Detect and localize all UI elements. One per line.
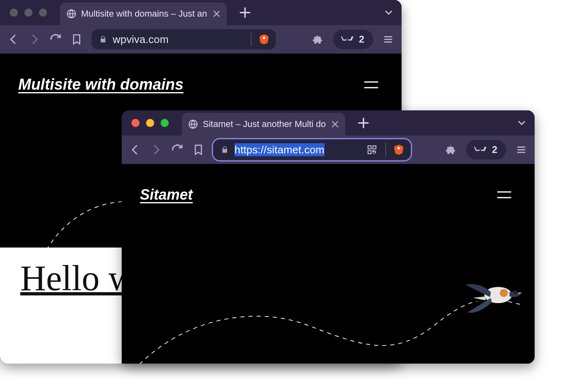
shields-count-pill[interactable]: 2 (466, 140, 506, 159)
hero-heading: Hello wo (0, 248, 122, 364)
svg-rect-4 (368, 151, 371, 154)
forward-button[interactable] (150, 144, 162, 156)
tab-list-button[interactable] (383, 7, 394, 18)
address-bar[interactable]: wpviva.com (92, 29, 276, 50)
traffic-close-icon[interactable] (131, 119, 140, 127)
qr-code-icon[interactable] (367, 144, 377, 155)
toolbar: https://sitamet.com 2 (122, 136, 535, 164)
glasses-icon (473, 146, 487, 153)
forward-button[interactable] (28, 33, 41, 45)
traffic-maximize-icon[interactable] (39, 9, 47, 17)
hamburger-menu-icon[interactable] (363, 79, 379, 90)
bookmark-button[interactable] (192, 144, 204, 156)
lock-icon (221, 146, 229, 154)
back-button[interactable] (129, 144, 141, 156)
address-bar[interactable]: https://sitamet.com (213, 140, 411, 160)
separator (385, 143, 386, 157)
tab-title: Multisite with domains – Just an (81, 9, 207, 19)
window-controls (131, 119, 169, 127)
toolbar: wpviva.com 2 (0, 25, 402, 54)
url-text: wpviva.com (113, 33, 169, 46)
brave-shields-icon[interactable] (258, 33, 270, 45)
svg-rect-2 (368, 146, 371, 149)
browser-window-2: Sitamet – Just another Multi do (122, 110, 535, 364)
site-header: Multisite with domains (0, 54, 402, 93)
tab-strip: Sitamet – Just another Multi do (122, 110, 535, 136)
extensions-button[interactable] (446, 144, 457, 155)
shields-count: 2 (492, 144, 497, 155)
glasses-icon (340, 36, 354, 43)
app-menu-button[interactable] (382, 33, 394, 45)
shields-count: 2 (359, 34, 364, 45)
tab-strip: Multisite with domains – Just an (0, 0, 402, 25)
traffic-maximize-icon[interactable] (161, 119, 169, 127)
new-tab-button[interactable] (238, 6, 252, 19)
back-button[interactable] (7, 33, 19, 45)
brave-shields-icon[interactable] (393, 144, 405, 156)
svg-point-7 (513, 290, 517, 294)
close-tab-icon[interactable] (331, 120, 340, 129)
new-tab-button[interactable] (357, 116, 370, 130)
svg-rect-3 (373, 146, 376, 149)
app-menu-button[interactable] (515, 144, 527, 156)
url-text: https://sitamet.com (234, 144, 325, 156)
browser-tab[interactable]: Sitamet – Just another Multi do (182, 113, 345, 136)
extensions-button[interactable] (313, 34, 324, 45)
lock-icon (99, 35, 107, 43)
reload-button[interactable] (171, 144, 183, 156)
page-content: Sitamet (122, 164, 535, 364)
tab-list-button[interactable] (516, 117, 527, 129)
reload-button[interactable] (49, 33, 62, 45)
site-header: Sitamet (122, 164, 535, 203)
globe-icon (67, 9, 76, 19)
bookmark-button[interactable] (71, 33, 83, 45)
traffic-close-icon[interactable] (10, 9, 18, 17)
browser-tab[interactable]: Multisite with domains – Just an (60, 2, 227, 25)
traffic-minimize-icon[interactable] (146, 119, 154, 127)
shields-count-pill[interactable]: 2 (333, 30, 373, 49)
site-title-link[interactable]: Sitamet (140, 186, 193, 203)
svg-point-6 (500, 289, 508, 297)
window-controls (10, 9, 47, 17)
site-title-link[interactable]: Multisite with domains (18, 76, 183, 93)
bird-illustration (462, 273, 522, 317)
hero-text: Hello wo (20, 258, 122, 298)
tab-title: Sitamet – Just another Multi do (203, 119, 326, 129)
hamburger-menu-icon[interactable] (496, 189, 512, 200)
traffic-minimize-icon[interactable] (24, 9, 32, 17)
close-tab-icon[interactable] (212, 9, 221, 18)
separator (251, 32, 251, 46)
globe-icon (188, 119, 198, 129)
